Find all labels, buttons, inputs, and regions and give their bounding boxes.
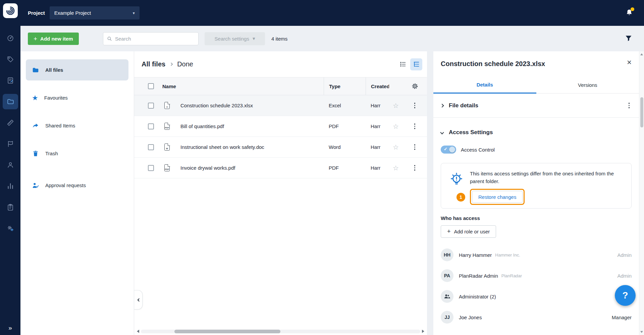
favourite-star-icon[interactable]: ☆ (393, 144, 399, 151)
row-checkbox[interactable] (148, 123, 154, 129)
row-checkbox[interactable] (148, 165, 154, 171)
sidebar-item-trash[interactable]: Trash (26, 143, 128, 164)
favourite-star-icon[interactable]: ☆ (393, 165, 399, 171)
sidebar-item-shared-items[interactable]: Shared Items (26, 115, 128, 136)
app-logo[interactable] (3, 3, 18, 18)
vertical-scrollbar[interactable] (639, 51, 644, 335)
close-icon[interactable]: × (627, 59, 632, 66)
row-menu-kebab-icon[interactable] (412, 121, 418, 131)
project-selector-value: Example Project (54, 10, 91, 16)
section-menu-kebab-icon[interactable] (627, 101, 632, 110)
scrollbar-thumb[interactable] (174, 330, 281, 333)
file-details-section[interactable]: File details (433, 94, 639, 118)
file-name: Construction schedule 2023.xlsx (180, 103, 253, 108)
group-icon (441, 290, 453, 303)
scroll-right-icon[interactable] (422, 330, 424, 333)
row-menu-kebab-icon[interactable] (412, 163, 418, 173)
row-checkbox[interactable] (148, 144, 154, 150)
select-all-checkbox[interactable] (148, 83, 154, 89)
access-settings-section[interactable]: Access Settings (433, 122, 639, 143)
sidebar-item-favourites[interactable]: ★ Favourites (26, 87, 128, 108)
table-settings-button[interactable] (412, 83, 418, 90)
search-box (103, 32, 199, 45)
tags-icon[interactable] (3, 52, 18, 67)
column-header-type[interactable]: Type (324, 77, 366, 95)
filter-button[interactable] (625, 34, 633, 43)
favourite-star-icon[interactable]: ☆ (393, 123, 399, 130)
column-header-name[interactable]: Name (160, 77, 324, 95)
contacts-icon[interactable] (3, 157, 18, 173)
list-item[interactable]: JJ Joe Jones Manager (433, 307, 639, 328)
step-badge: 1 (457, 193, 465, 202)
user-name: Harry Hammer (459, 252, 492, 258)
favourite-star-icon[interactable]: ☆ (393, 102, 399, 109)
list-item[interactable]: PA PlanRadar Admin PlanRadar Admin (433, 265, 639, 286)
list-view-icon (399, 61, 407, 68)
excel-file-icon: X (164, 102, 170, 109)
scroll-up-icon[interactable] (640, 53, 643, 55)
table-header: Name Type Created by (134, 77, 427, 95)
settings-icon[interactable] (3, 221, 18, 236)
scroll-left-icon[interactable] (137, 330, 139, 333)
user-role: Admin (617, 273, 632, 279)
chevron-down-icon (440, 130, 444, 134)
file-created-by: Harr (366, 95, 389, 116)
tree-view-icon (413, 61, 420, 68)
list-view-button[interactable] (397, 58, 409, 70)
details-title: Construction schedule 2023.xlsx (441, 59, 545, 69)
list-item[interactable]: HH Harry Hammer Hammer Inc. Admin (433, 244, 639, 265)
sidebar-item-approval-requests[interactable]: Approval requests (26, 175, 128, 196)
row-menu-kebab-icon[interactable] (412, 142, 418, 152)
toggle-knob (449, 147, 455, 153)
help-button[interactable]: ? (615, 285, 636, 306)
file-type: Word (324, 137, 366, 157)
gear-icon (412, 83, 418, 90)
scroll-down-icon[interactable] (640, 331, 643, 333)
table-row[interactable]: XConstruction schedule 2023.xlsx Excel H… (134, 95, 427, 116)
measure-icon[interactable] (3, 115, 18, 130)
sidebar-item-all-files[interactable]: All files (26, 59, 128, 80)
add-new-item-button[interactable]: + Add new item (28, 33, 79, 45)
column-header-created-by[interactable]: Created by (366, 77, 389, 95)
documents-icon[interactable] (3, 94, 18, 109)
details-panel: Construction schedule 2023.xlsx × Detail… (433, 51, 639, 335)
tab-versions[interactable]: Versions (536, 77, 639, 93)
plans-icon[interactable] (3, 73, 18, 88)
topbar: Project Example Project ▾ (20, 0, 644, 26)
tab-details[interactable]: Details (433, 77, 536, 94)
expand-rail-icon[interactable]: » (0, 324, 20, 332)
folder-item-label: Shared Items (45, 123, 75, 128)
file-created-by: Harr (366, 116, 389, 136)
project-selector[interactable]: Example Project ▾ (50, 6, 140, 19)
chevron-down-icon: ▾ (253, 36, 255, 42)
map-icon[interactable] (3, 136, 18, 152)
folder-item-label: All files (45, 67, 63, 73)
search-settings-button[interactable]: Search settings ▾ (205, 32, 265, 45)
table-row[interactable]: WInstructional sheet on work safety.doc … (134, 137, 427, 158)
list-item[interactable]: Administrator (2) Admin (433, 286, 639, 307)
access-control-toggle[interactable]: ✓ (441, 146, 456, 154)
horizontal-scrollbar[interactable] (137, 329, 424, 333)
inherited-settings-notice: This items access settings differ from t… (441, 163, 632, 209)
tree-view-button[interactable] (410, 58, 422, 70)
breadcrumb-all-files[interactable]: All files (142, 60, 165, 68)
scrollbar-thumb[interactable] (640, 97, 643, 127)
notifications-button[interactable] (625, 8, 633, 18)
folder-item-label: Favourites (44, 95, 68, 101)
row-checkbox[interactable] (148, 103, 154, 109)
user-org: PlanRadar (501, 273, 522, 278)
who-has-access-heading: Who has access (441, 215, 632, 221)
logo-spiral-icon (5, 6, 15, 16)
add-role-or-user-button[interactable]: + Add role or user (441, 225, 496, 238)
statistics-icon[interactable] (3, 178, 18, 194)
search-input[interactable] (115, 36, 195, 42)
row-menu-kebab-icon[interactable] (412, 101, 418, 110)
user-name: PlanRadar Admin (459, 273, 498, 279)
table-row[interactable]: PDFBill of quantities.pdf PDF Harr ☆ (134, 116, 427, 137)
dashboard-icon[interactable] (3, 31, 18, 46)
collapse-folders-button[interactable] (134, 290, 143, 310)
table-row[interactable]: PDFInvoice drywal works.pdf PDF Harr ☆ (134, 158, 427, 178)
details-tabs: Details Versions (433, 77, 639, 94)
restore-changes-button[interactable]: Restore changes (472, 191, 523, 203)
forms-icon[interactable] (3, 200, 18, 215)
